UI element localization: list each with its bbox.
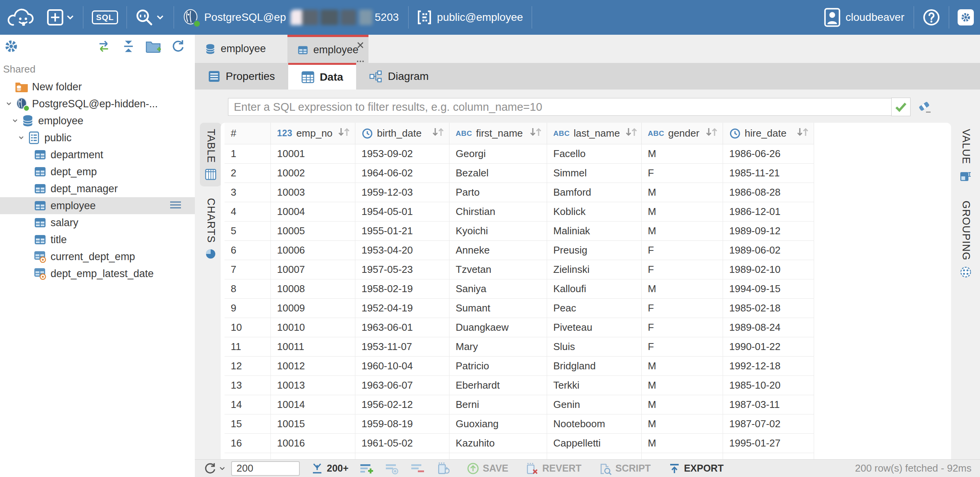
- table-cell-birth-date[interactable]: 1960-10-04: [355, 357, 449, 376]
- row-number-cell[interactable]: 15: [225, 414, 271, 434]
- tree-item-view-dept-emp-latest-date[interactable]: dept_emp_latest_date: [0, 265, 195, 282]
- table-cell-hire-date[interactable]: 1989-06-02: [723, 241, 814, 260]
- export-button[interactable]: EXPORT: [668, 462, 724, 475]
- table-cell-emp-no[interactable]: 10003: [271, 183, 355, 202]
- table-cell-birth-date[interactable]: 1953-11-07: [355, 337, 449, 357]
- table-row[interactable]: 10 10010 1963-06-01 Duangkaew Piveteau F…: [225, 318, 814, 337]
- table-row[interactable]: 4 10004 1954-05-01 Chirstian Koblick M 1…: [225, 202, 814, 222]
- table-row[interactable]: 15 10015 1959-08-19 Guoxiang Nooteboom M…: [225, 414, 814, 434]
- table-cell-gender[interactable]: M: [642, 183, 723, 202]
- row-number-cell[interactable]: 5: [225, 222, 271, 241]
- table-cell-gender[interactable]: M: [642, 395, 723, 414]
- tree-item-schema-public[interactable]: public: [0, 129, 195, 146]
- new-folder-icon[interactable]: [145, 40, 161, 54]
- table-cell-last-name[interactable]: Bridgland: [547, 357, 642, 376]
- table-cell-gender[interactable]: M: [642, 144, 723, 164]
- row-number-cell[interactable]: 4: [225, 202, 271, 222]
- table-row[interactable]: 3 10003 1959-12-03 Parto Bamford M 1986-…: [225, 183, 814, 202]
- clear-filter-button[interactable]: [917, 100, 932, 114]
- sort-arrows-icon[interactable]: [795, 126, 814, 140]
- connection-search-button[interactable]: [135, 8, 164, 27]
- table-cell-hire-date[interactable]: 1989-02-10: [723, 260, 814, 279]
- table-cell-hire-date[interactable]: 1986-12-01: [723, 202, 814, 222]
- table-cell-gender[interactable]: F: [642, 260, 723, 279]
- refresh-result-button[interactable]: [203, 462, 225, 475]
- table-cell-first-name[interactable]: Georgi: [449, 144, 547, 164]
- table-cell-birth-date[interactable]: 1956-02-12: [355, 395, 449, 414]
- sort-arrows-icon[interactable]: [624, 126, 642, 140]
- save-button[interactable]: SAVE: [466, 462, 508, 475]
- tree-item-postgresql-connection[interactable]: PostgreSQL@ep-hidden-...: [0, 95, 195, 112]
- table-cell-hire-date[interactable]: 1989-09-12: [723, 222, 814, 241]
- tree-item-database-employee[interactable]: employee: [0, 112, 195, 129]
- table-cell-last-name[interactable]: Kalloufi: [547, 279, 642, 299]
- column-header-emp-no[interactable]: 123 emp_no: [271, 123, 355, 144]
- table-cell-last-name[interactable]: Koblick: [547, 202, 642, 222]
- row-number-cell[interactable]: 8: [225, 279, 271, 299]
- table-cell-hire-date[interactable]: 1990-01-22: [723, 337, 814, 357]
- table-cell-emp-no[interactable]: 10008: [271, 279, 355, 299]
- table-cell-birth-date[interactable]: 1959-12-03: [355, 183, 449, 202]
- tab-diagram[interactable]: Diagram: [356, 63, 442, 90]
- table-cell-last-name[interactable]: Zielinski: [547, 260, 642, 279]
- add-row-button[interactable]: [359, 462, 374, 475]
- tab-value[interactable]: VALUE: [951, 123, 980, 188]
- tab-properties[interactable]: Properties: [195, 63, 288, 90]
- column-header-gender[interactable]: ABC gender: [642, 123, 723, 144]
- sort-arrows-icon[interactable]: [704, 126, 723, 140]
- table-cell-hire-date[interactable]: 1986-06-26: [723, 144, 814, 164]
- table-cell-first-name[interactable]: Patricio: [449, 357, 547, 376]
- table-cell-emp-no[interactable]: 10015: [271, 414, 355, 434]
- table-row[interactable]: 8 10008 1958-02-19 Saniya Kalloufi M 199…: [225, 279, 814, 299]
- editor-tab-database[interactable]: employee: [195, 35, 287, 63]
- table-cell-last-name[interactable]: Peac: [547, 299, 642, 318]
- table-cell-birth-date[interactable]: 1964-06-02: [355, 164, 449, 183]
- tab-grouping[interactable]: GROUPING: [951, 195, 980, 284]
- table-cell-first-name[interactable]: Parto: [449, 183, 547, 202]
- table-row[interactable]: 13 10013 1963-06-07 Eberhardt Terkki M 1…: [225, 376, 814, 395]
- chevron-down-icon[interactable]: [9, 117, 21, 125]
- editor-tab-table-active[interactable]: employee: [287, 35, 368, 63]
- table-cell-emp-no[interactable]: 10009: [271, 299, 355, 318]
- table-cell-last-name[interactable]: Simmel: [547, 164, 642, 183]
- navigator-settings-gear-icon[interactable]: [4, 39, 19, 55]
- table-cell-last-name[interactable]: Preusig: [547, 241, 642, 260]
- table-cell-last-name[interactable]: Nooteboom: [547, 414, 642, 434]
- table-cell-hire-date[interactable]: 1985-02-18: [723, 299, 814, 318]
- column-header-rownum[interactable]: #: [225, 123, 271, 144]
- table-cell-emp-no[interactable]: 10005: [271, 222, 355, 241]
- connection-selector[interactable]: PostgreSQL@ep 5203: [182, 8, 399, 26]
- table-row[interactable]: 16 10016 1961-05-02 Kazuhito Cappelletti…: [225, 434, 814, 453]
- table-cell-first-name[interactable]: Guoxiang: [449, 414, 547, 434]
- tab-data-active[interactable]: Data: [288, 63, 357, 90]
- table-cell-last-name[interactable]: Genin: [547, 395, 642, 414]
- table-cell-hire-date[interactable]: 1985-10-20: [723, 376, 814, 395]
- table-cell-last-name[interactable]: Facello: [547, 144, 642, 164]
- sort-arrows-icon[interactable]: [336, 126, 355, 140]
- table-cell-last-name[interactable]: Maliniak: [547, 222, 642, 241]
- row-number-cell[interactable]: 10: [225, 318, 271, 337]
- table-cell-emp-no[interactable]: 10011: [271, 337, 355, 357]
- table-cell-hire-date[interactable]: 1992-12-18: [723, 357, 814, 376]
- table-row[interactable]: 2 10002 1964-06-02 Bezalel Simmel F 1985…: [225, 164, 814, 183]
- table-cell-first-name[interactable]: Anneke: [449, 241, 547, 260]
- tab-options-icon[interactable]: [357, 61, 364, 62]
- table-cell-emp-no[interactable]: 10010: [271, 318, 355, 337]
- table-cell-hire-date[interactable]: 1987-07-02: [723, 414, 814, 434]
- table-cell-gender[interactable]: M: [642, 434, 723, 453]
- table-cell-first-name[interactable]: Eberhardt: [449, 376, 547, 395]
- settings-button[interactable]: [958, 9, 974, 25]
- row-number-cell[interactable]: 13: [225, 376, 271, 395]
- link-with-editor-icon[interactable]: [96, 40, 112, 54]
- table-cell-gender[interactable]: F: [642, 241, 723, 260]
- column-header-birth-date[interactable]: birth_date: [355, 123, 449, 144]
- table-cell-emp-no[interactable]: 10012: [271, 357, 355, 376]
- table-row[interactable]: 11 10011 1953-11-07 Mary Sluis F 1990-01…: [225, 337, 814, 357]
- table-cell-hire-date[interactable]: 1989-08-24: [723, 318, 814, 337]
- table-cell-first-name[interactable]: Kyoichi: [449, 222, 547, 241]
- table-cell-emp-no[interactable]: 10006: [271, 241, 355, 260]
- row-number-cell[interactable]: 16: [225, 434, 271, 453]
- row-number-cell[interactable]: 6: [225, 241, 271, 260]
- row-number-cell[interactable]: 11: [225, 337, 271, 357]
- table-cell-birth-date[interactable]: 1957-05-23: [355, 260, 449, 279]
